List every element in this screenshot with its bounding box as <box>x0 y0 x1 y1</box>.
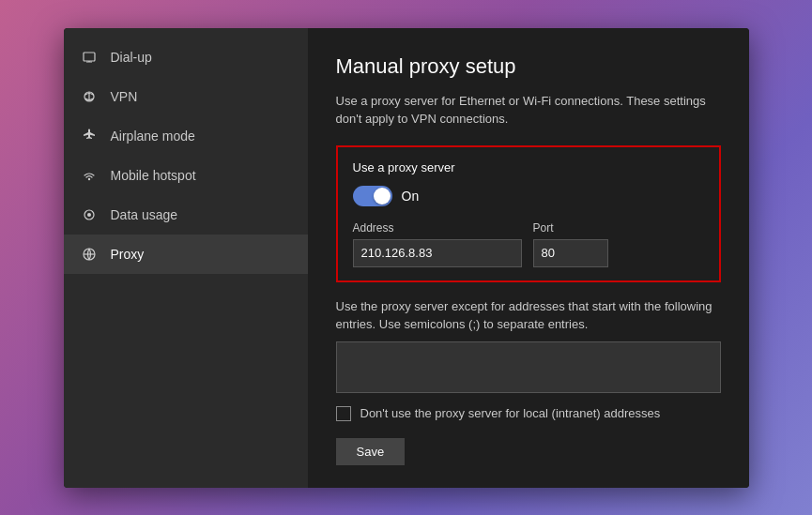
sidebar-item-airplane-label: Airplane mode <box>111 129 195 144</box>
sidebar-item-hotspot[interactable]: Mobile hotspot <box>64 156 308 195</box>
sidebar-item-vpn-label: VPN <box>111 89 138 104</box>
toggle-label: On <box>402 189 420 204</box>
port-label: Port <box>533 221 608 235</box>
sidebar-item-datausage-label: Data usage <box>111 207 178 222</box>
page-title: Manual proxy setup <box>336 54 721 79</box>
proxy-icon <box>81 246 98 263</box>
port-input[interactable] <box>533 239 608 267</box>
sidebar-item-dialup-label: Dial-up <box>111 50 152 65</box>
proxy-toggle[interactable] <box>353 186 392 206</box>
proxy-box-title: Use a proxy server <box>353 160 704 174</box>
sidebar-item-vpn[interactable]: VPN <box>64 77 308 116</box>
exceptions-textarea[interactable] <box>336 341 721 393</box>
toggle-knob <box>374 188 391 204</box>
svg-point-7 <box>87 213 91 217</box>
local-addresses-checkbox[interactable] <box>336 406 351 421</box>
address-field-group: Address <box>353 221 522 267</box>
local-addresses-label: Don't use the proxy server for local (in… <box>360 406 661 420</box>
proxy-server-box: Use a proxy server On Address Port <box>336 145 721 282</box>
sidebar-item-hotspot-label: Mobile hotspot <box>111 168 196 183</box>
svg-rect-0 <box>84 53 95 61</box>
vpn-icon <box>81 88 98 105</box>
address-input[interactable] <box>353 239 522 267</box>
sidebar-item-proxy-label: Proxy <box>111 247 145 262</box>
local-addresses-row: Don't use the proxy server for local (in… <box>336 406 721 421</box>
address-label: Address <box>353 221 522 235</box>
main-content: Manual proxy setup Use a proxy server fo… <box>308 28 749 488</box>
exceptions-description: Use the proxy server except for addresse… <box>336 297 721 334</box>
page-description: Use a proxy server for Ethernet or Wi-Fi… <box>336 92 721 129</box>
save-button[interactable]: Save <box>336 438 406 465</box>
dialup-icon <box>81 49 98 66</box>
sidebar: Dial-up VPN Airplane mode <box>64 28 308 488</box>
airplane-icon <box>81 128 98 144</box>
toggle-row: On <box>353 186 704 206</box>
sidebar-item-proxy[interactable]: Proxy <box>64 235 308 274</box>
sidebar-item-dialup[interactable]: Dial-up <box>64 38 308 77</box>
svg-point-5 <box>87 177 89 179</box>
sidebar-item-datausage[interactable]: Data usage <box>64 195 308 235</box>
settings-window: Dial-up VPN Airplane mode <box>64 28 749 488</box>
datausage-icon <box>81 206 98 223</box>
port-field-group: Port <box>533 221 608 267</box>
address-port-fields: Address Port <box>353 221 704 267</box>
hotspot-icon <box>81 167 98 184</box>
sidebar-item-airplane[interactable]: Airplane mode <box>64 116 308 156</box>
